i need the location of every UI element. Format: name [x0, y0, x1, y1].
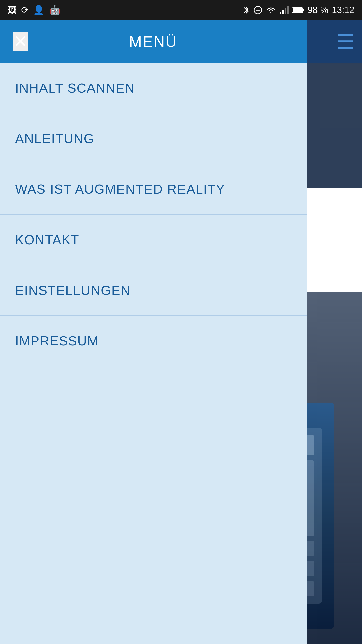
menu-item-impressum[interactable]: IMPRESSUM — [0, 316, 307, 366]
svg-rect-5 — [287, 6, 289, 14]
menu-item-anleitung[interactable]: ANLEITUNG — [0, 113, 307, 164]
gallery-icon: 🖼 — [8, 5, 17, 15]
person-icon: 👤 — [33, 5, 44, 15]
ar-icon: ⟳ — [21, 5, 29, 15]
status-bar: 🖼 ⟳ 👤 🤖 — [0, 0, 362, 20]
svg-rect-8 — [293, 8, 302, 12]
menu-empty-area — [0, 366, 307, 644]
time-display: 13:12 — [332, 5, 354, 15]
menu-item-kontakt[interactable]: KONTAKT — [0, 215, 307, 265]
svg-rect-7 — [303, 9, 304, 11]
menu-items-list: INHALT SCANNEN ANLEITUNG WAS IST AUGMENT… — [0, 63, 307, 366]
dnd-icon — [253, 6, 262, 15]
battery-percentage: 98 % — [308, 5, 328, 15]
wifi-icon — [266, 6, 276, 14]
svg-rect-2 — [280, 12, 281, 14]
svg-rect-4 — [285, 8, 286, 14]
menu-item-was-ist-ar[interactable]: WAS IST AUGMENTED REALITY — [0, 164, 307, 215]
svg-rect-3 — [282, 10, 284, 14]
bluetooth-icon — [242, 5, 250, 15]
menu-overlay: ✕ MENÜ INHALT SCANNEN ANLEITUNG WAS IST … — [0, 20, 307, 644]
android-icon: 🤖 — [49, 5, 60, 15]
menu-item-inhalt-scannen[interactable]: INHALT SCANNEN — [0, 63, 307, 113]
menu-title: MENÜ — [129, 33, 178, 50]
signal-icon — [280, 6, 289, 14]
battery-icon — [292, 7, 304, 14]
status-bar-left-icons: 🖼 ⟳ 👤 🤖 — [8, 5, 60, 15]
menu-header: ✕ MENÜ — [0, 20, 307, 63]
menu-close-button[interactable]: ✕ — [13, 32, 28, 51]
status-bar-right-icons: 98 % 13:12 — [242, 5, 354, 15]
bg-menu-icon: ☰ — [336, 30, 354, 53]
menu-item-einstellungen[interactable]: EINSTELLUNGEN — [0, 265, 307, 316]
